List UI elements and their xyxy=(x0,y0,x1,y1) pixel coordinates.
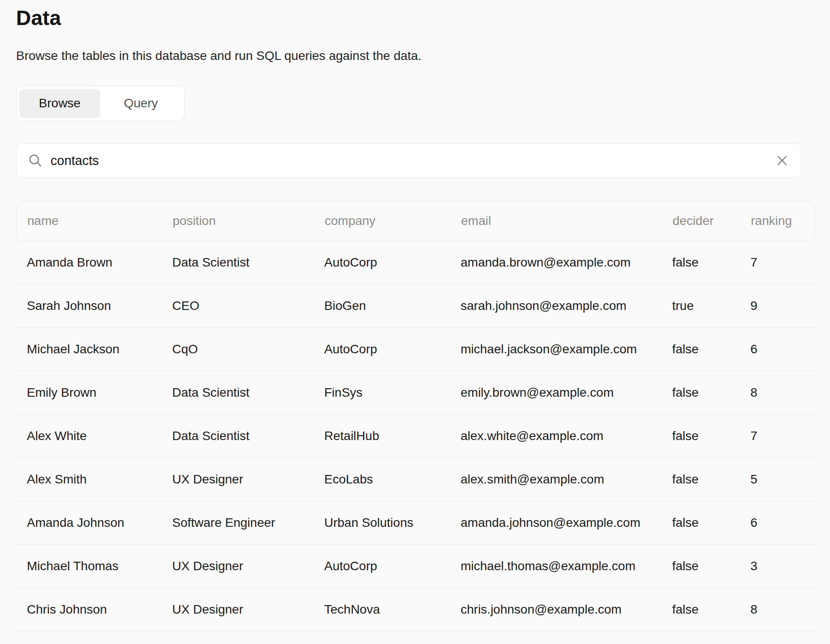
cell-decider: false xyxy=(672,386,750,400)
cell-name: Michael Jackson xyxy=(27,342,172,356)
cell-decider: false xyxy=(672,429,750,443)
cell-ranking: 8 xyxy=(750,386,815,400)
cell-name: Amanda Brown xyxy=(27,255,172,270)
cell-position: Data Scientist xyxy=(172,429,324,443)
cell-ranking: 6 xyxy=(750,342,815,356)
search-bar xyxy=(16,143,802,178)
cell-name: Chris Johnson xyxy=(27,602,172,617)
cell-name: Amanda Johnson xyxy=(27,516,172,530)
tab-browse[interactable]: Browse xyxy=(19,89,100,118)
table-row: Michael JacksonCqOAutoCorpmichael.jackso… xyxy=(16,328,815,371)
cell-company: FinSys xyxy=(324,386,461,400)
cell-ranking: 7 xyxy=(750,429,815,443)
cell-company: AutoCorp xyxy=(324,559,461,573)
table-row: Amanda BrownData ScientistAutoCorpamanda… xyxy=(16,241,815,284)
cell-company: RetailHub xyxy=(324,429,461,443)
cell-email: michael.thomas@example.com xyxy=(461,559,672,573)
cell-email: amanda.johnson@example.com xyxy=(461,516,672,530)
table-row: Amanda JohnsonSoftware EngineerUrban Sol… xyxy=(16,501,815,545)
cell-decider: false xyxy=(672,559,750,573)
table-row: Chris JohnsonUX DesignerTechNovachris.jo… xyxy=(16,588,815,631)
cell-position: UX Designer xyxy=(172,602,324,617)
table-row: Alex WhiteData ScientistRetailHubalex.wh… xyxy=(16,415,815,458)
cell-email: sarah.johnson@example.com xyxy=(461,299,672,313)
table-row: Sarah JohnsonCEOBioGensarah.johnson@exam… xyxy=(16,284,815,328)
cell-company: AutoCorp xyxy=(324,255,461,270)
clear-search-button[interactable] xyxy=(774,152,791,169)
cell-position: Software Engineer xyxy=(172,516,324,530)
cell-position: Data Scientist xyxy=(172,386,324,400)
table-row: Michael ThomasUX DesignerAutoCorpmichael… xyxy=(16,545,815,588)
cell-ranking: 3 xyxy=(750,559,815,573)
page-subtitle: Browse the tables in this database and r… xyxy=(16,48,815,64)
cell-email: michael.jackson@example.com xyxy=(461,342,672,356)
cell-decider: false xyxy=(672,342,750,356)
cell-name: Alex Smith xyxy=(27,472,172,487)
cell-company: EcoLabs xyxy=(324,472,461,487)
column-header-email: email xyxy=(461,214,673,228)
cell-position: CEO xyxy=(172,299,324,313)
column-header-position: position xyxy=(173,214,325,228)
close-icon xyxy=(775,154,789,167)
cell-name: Michael Thomas xyxy=(27,559,172,573)
cell-name: Sarah Johnson xyxy=(27,299,172,313)
cell-name: Emily Brown xyxy=(27,386,172,400)
cell-email: alex.smith@example.com xyxy=(461,472,672,487)
cell-company: TechNova xyxy=(324,602,461,617)
cell-decider: true xyxy=(672,299,750,313)
cell-email: emily.brown@example.com xyxy=(461,386,672,400)
cell-name: Alex White xyxy=(27,429,172,443)
cell-email: alex.white@example.com xyxy=(461,429,672,443)
cell-ranking: 7 xyxy=(750,255,815,270)
cell-email: amanda.brown@example.com xyxy=(461,255,672,270)
cell-company: Urban Solutions xyxy=(324,516,461,530)
cell-ranking: 5 xyxy=(750,472,815,487)
column-header-company: company xyxy=(325,214,461,228)
cell-company: AutoCorp xyxy=(324,342,461,356)
cell-decider: false xyxy=(672,255,750,270)
table-body: Amanda BrownData ScientistAutoCorpamanda… xyxy=(16,241,815,631)
column-header-ranking: ranking xyxy=(751,214,815,228)
cell-decider: false xyxy=(672,516,750,530)
cell-position: UX Designer xyxy=(172,559,324,573)
tab-query[interactable]: Query xyxy=(100,89,182,118)
table-header: namepositioncompanyemaildeciderranking xyxy=(16,201,815,241)
table-row: Alex SmithUX DesignerEcoLabsalex.smith@e… xyxy=(16,458,815,501)
table-row: Emily BrownData ScientistFinSysemily.bro… xyxy=(16,371,815,415)
cell-decider: false xyxy=(672,472,750,487)
cell-position: Data Scientist xyxy=(172,255,324,270)
data-page: Data Browse the tables in this database … xyxy=(16,6,815,631)
cell-company: BioGen xyxy=(324,299,461,313)
cell-position: UX Designer xyxy=(172,472,324,487)
column-header-decider: decider xyxy=(673,214,751,228)
cell-email: chris.johnson@example.com xyxy=(461,602,672,617)
column-header-name: name xyxy=(27,214,173,228)
cell-position: CqO xyxy=(172,342,324,356)
search-input[interactable] xyxy=(51,153,774,168)
search-icon xyxy=(28,153,42,168)
cell-decider: false xyxy=(672,602,750,617)
cell-ranking: 9 xyxy=(750,299,815,313)
page-title: Data xyxy=(16,6,815,30)
cell-ranking: 6 xyxy=(750,516,815,530)
view-mode-tabs: Browse Query xyxy=(16,85,185,121)
cell-ranking: 8 xyxy=(750,602,815,617)
